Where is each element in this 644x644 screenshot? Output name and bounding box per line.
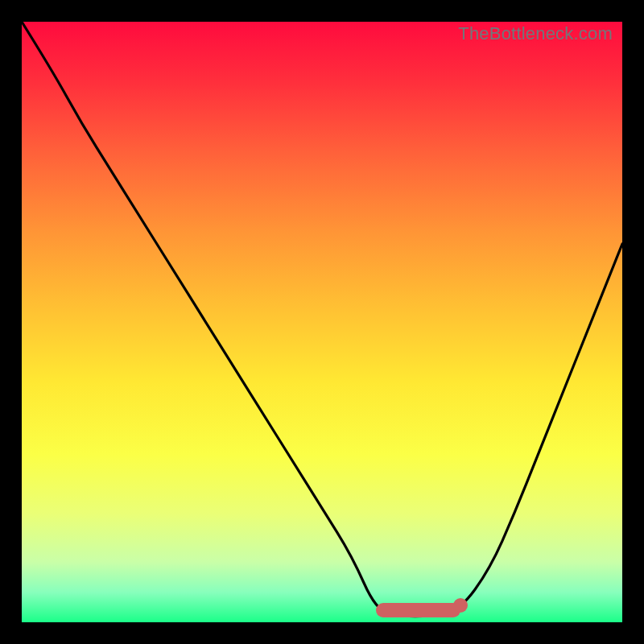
sweet-spot-bar (376, 603, 460, 617)
chart-frame: TheBottleneck.com (0, 0, 644, 644)
bottleneck-curve (22, 22, 622, 622)
sweet-spot-dot (453, 598, 468, 613)
plot-area: TheBottleneck.com (22, 22, 622, 622)
